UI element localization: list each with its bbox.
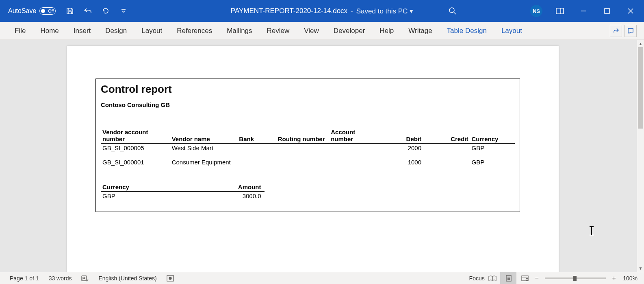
report-table-container: Control report Contoso Consulting GB Ven… — [95, 79, 520, 212]
tab-help[interactable]: Help — [372, 22, 401, 39]
tab-table-layout[interactable]: Layout — [494, 22, 529, 39]
cell-vendor-name: West Side Mart — [170, 144, 238, 153]
spellcheck-icon[interactable] — [76, 275, 93, 282]
status-right: Focus − + 100% — [468, 272, 639, 284]
cell-vendor-name: Consumer Equipment — [170, 158, 238, 166]
company-name: Contoso Consulting GB — [101, 101, 515, 108]
cell-credit — [423, 158, 470, 166]
quick-access-toolbar — [65, 6, 129, 16]
zoom-out-button[interactable]: − — [533, 275, 541, 282]
tab-home[interactable]: Home — [33, 22, 66, 39]
save-status[interactable]: Saved to this PC ▾ — [356, 7, 413, 15]
tab-design[interactable]: Design — [98, 22, 134, 39]
svg-rect-3 — [82, 276, 87, 281]
tab-file[interactable]: File — [7, 22, 33, 39]
document-filename: PAYMENT-REPORT-2020-12-14.docx — [231, 7, 347, 15]
th-routing: Routing number — [276, 128, 330, 144]
tab-insert[interactable]: Insert — [66, 22, 98, 39]
close-icon[interactable] — [624, 5, 637, 17]
read-mode-icon[interactable] — [484, 272, 500, 284]
window-title: PAYMENT-REPORT-2020-12-14.docx - Saved t… — [231, 7, 413, 15]
web-layout-icon[interactable] — [516, 272, 533, 284]
tab-mailings[interactable]: Mailings — [219, 22, 259, 39]
zoom-knob[interactable] — [573, 276, 577, 281]
print-layout-icon[interactable] — [500, 272, 516, 284]
summary-table: Currency Amount GBP 3000.0 — [101, 183, 265, 200]
svg-point-9 — [526, 278, 528, 280]
toggle-off-text: Off — [48, 9, 54, 13]
tab-review[interactable]: Review — [260, 22, 297, 39]
zoom-slider[interactable] — [545, 277, 606, 279]
vertical-scrollbar[interactable]: ▲ ▼ — [637, 40, 644, 272]
comments-icon[interactable] — [624, 25, 637, 37]
scroll-up-icon[interactable]: ▲ — [637, 40, 644, 47]
search-icon[interactable] — [447, 5, 459, 17]
ribbon-tabs: File Home Insert Design Layout Reference… — [0, 22, 644, 40]
tab-references[interactable]: References — [169, 22, 219, 39]
th-account: Account number — [329, 128, 380, 144]
zoom-in-button[interactable]: + — [610, 275, 618, 282]
cell-vendor-account: GB_SI_000005 — [101, 144, 170, 153]
cell-bank — [237, 144, 276, 153]
cell-debit: 1000 — [380, 158, 423, 166]
tab-view[interactable]: View — [297, 22, 326, 39]
table-row: GB_SI_000005 West Side Mart 2000 GBP — [101, 144, 515, 153]
save-icon[interactable] — [65, 6, 75, 16]
toggle-switch[interactable]: Off — [39, 7, 56, 15]
tab-developer[interactable]: Developer — [326, 22, 373, 39]
tab-layout[interactable]: Layout — [134, 22, 169, 39]
status-page[interactable]: Page 1 of 1 — [5, 275, 44, 282]
autosave-toggle[interactable]: AutoSave Off — [0, 7, 56, 15]
th-currency: Currency — [470, 128, 515, 144]
th-bank: Bank — [237, 128, 276, 144]
svg-rect-2 — [605, 9, 609, 13]
tab-table-design[interactable]: Table Design — [440, 22, 494, 39]
document-scroll-area[interactable]: Control report Contoso Consulting GB Ven… — [0, 40, 637, 272]
document-page[interactable]: Control report Contoso Consulting GB Ven… — [67, 46, 559, 272]
cell-summary-amount: 3000.0 — [132, 192, 265, 201]
cell-currency: GBP — [470, 158, 515, 166]
customize-qat-icon[interactable] — [118, 6, 129, 16]
svg-point-0 — [449, 8, 454, 13]
status-language[interactable]: English (United States) — [93, 275, 161, 282]
payments-table: Vendor account number Vendor name Bank R… — [101, 128, 515, 166]
redo-icon[interactable] — [100, 6, 111, 16]
title-bar: AutoSave Off PAYMENT-REPORT-2020-12-14.d… — [0, 0, 644, 22]
cell-routing — [276, 158, 330, 166]
minimize-icon[interactable] — [577, 5, 590, 17]
cell-account — [329, 144, 380, 153]
macro-icon[interactable] — [162, 275, 179, 282]
status-bar: Page 1 of 1 33 words English (United Sta… — [0, 272, 644, 284]
th-vendor-name: Vendor name — [170, 128, 238, 144]
user-avatar[interactable]: NS — [530, 5, 542, 17]
undo-icon[interactable] — [82, 6, 93, 16]
autosave-label: AutoSave — [8, 7, 36, 15]
cell-routing — [276, 144, 330, 153]
report-title: Control report — [101, 83, 515, 96]
focus-mode-button[interactable]: Focus — [468, 272, 484, 284]
scroll-down-icon[interactable]: ▼ — [637, 264, 644, 272]
th-summary-amount: Amount — [132, 183, 265, 192]
svg-point-5 — [169, 277, 171, 280]
cell-credit — [423, 144, 470, 153]
text-cursor-icon — [591, 226, 592, 235]
maximize-icon[interactable] — [601, 5, 613, 17]
th-vendor-account: Vendor account number — [101, 128, 170, 144]
status-words[interactable]: 33 words — [44, 275, 77, 282]
ribbon-display-icon[interactable] — [554, 5, 566, 17]
tab-writage[interactable]: Writage — [401, 22, 439, 39]
zoom-level[interactable]: 100% — [618, 275, 639, 282]
share-icon[interactable] — [610, 25, 622, 37]
th-credit: Credit — [423, 128, 470, 144]
scroll-thumb[interactable] — [638, 47, 643, 129]
title-bar-right: NS — [447, 5, 644, 17]
th-summary-currency: Currency — [101, 183, 132, 192]
document-workspace: Control report Contoso Consulting GB Ven… — [0, 40, 644, 272]
table-row: GBP 3000.0 — [101, 192, 265, 201]
cell-debit: 2000 — [380, 144, 423, 153]
table-row: GB_SI_000001 Consumer Equipment 1000 GBP — [101, 158, 515, 166]
svg-rect-1 — [556, 8, 564, 14]
cell-summary-currency: GBP — [101, 192, 132, 201]
cell-bank — [237, 158, 276, 166]
cell-vendor-account: GB_SI_000001 — [101, 158, 170, 166]
